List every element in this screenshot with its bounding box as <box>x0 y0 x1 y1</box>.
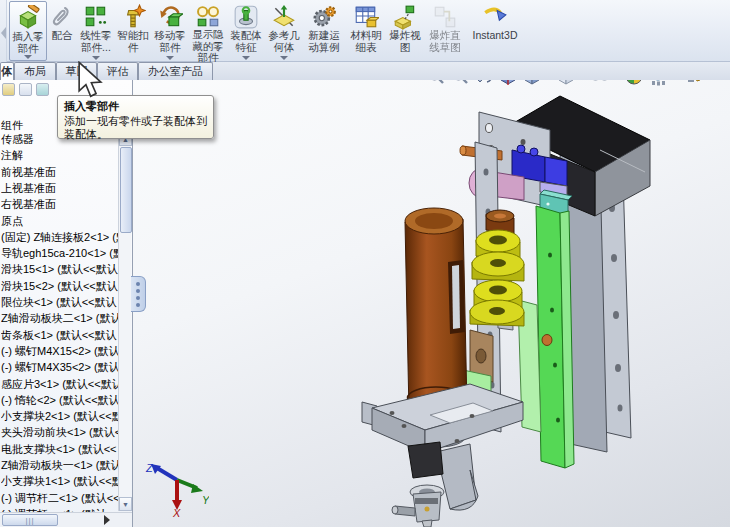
tree-item[interactable]: 导轨egh15ca-210<1> (默 <box>1 245 118 261</box>
scroll-down-arrow[interactable]: ▼ <box>119 497 132 511</box>
tree-vertical-scrollbar[interactable]: ▲ ▼ <box>118 132 131 511</box>
ribbon-button-new-motion-study[interactable]: 新建运 动算例 <box>303 1 345 61</box>
ribbon-button-instant3d[interactable]: Instant3D <box>467 1 523 61</box>
explode-line-sketch-icon <box>432 3 458 30</box>
model-idler-rings-lower[interactable] <box>470 280 524 326</box>
tab-layout[interactable]: 布局 <box>14 62 56 80</box>
ribbon-button-label: 爆炸视 图 <box>389 30 421 53</box>
tree-item[interactable]: 右视基准面 <box>1 196 118 212</box>
ribbon-button-label: 智能扣 件 <box>117 30 149 53</box>
ribbon-button-label: 显示隐 藏的零 部件 <box>192 29 224 64</box>
tree-item[interactable]: (-) 惰轮<2> (默认<<默认 <box>1 392 118 408</box>
reference-geometry-icon <box>271 3 297 30</box>
svg-text:Z: Z <box>145 462 154 474</box>
feature-manager-panel: 组件 传感器注解前视基准面上视基准面右视基准面原点(固定) Z轴连接板2<1> … <box>0 80 133 527</box>
mate-icon <box>50 3 74 30</box>
ribbon-button-reference-geometry[interactable]: 参考几 何体 <box>265 1 303 61</box>
clipped-toolbar-button[interactable] <box>0 0 7 62</box>
tree-item[interactable]: 小支撑块1<1> (默认<<默 <box>1 473 118 489</box>
tree-item[interactable]: 电批支撑块<1> (默认<< <box>1 441 118 457</box>
ribbon-button-explode-line-sketch[interactable]: 爆炸直 线草图 <box>423 1 467 61</box>
tree-item[interactable]: (固定) Z轴连接板2<1> (默 <box>1 229 118 245</box>
tooltip-body-line2: 装配体。 <box>64 128 207 141</box>
tree-item[interactable]: 齿条板<1> (默认<<默认 <box>1 327 118 343</box>
model-idler-rings-upper[interactable] <box>472 230 524 281</box>
ribbon-button-smart-fasteners[interactable]: 智能扣 件 <box>115 1 151 61</box>
graphics-viewport[interactable]: Z Y X <box>133 62 730 527</box>
dropdown-arrow-icon[interactable] <box>24 55 32 59</box>
solidworks-window: 插入零 部件配合线性零 部件...智能扣 件移动零 部件显示隐 藏的零 部件装配… <box>0 0 730 527</box>
ribbon-button-linear-component-pattern[interactable]: 线性零 部件... <box>77 1 115 61</box>
ribbon-button-label: 移动零 部件 <box>154 30 186 53</box>
ribbon-buttons: 插入零 部件配合线性零 部件...智能扣 件移动零 部件显示隐 藏的零 部件装配… <box>7 0 523 61</box>
svg-text:Y: Y <box>202 494 209 506</box>
tree-item[interactable]: 滑块15<2> (默认<<默认 <box>1 278 118 294</box>
insert-component-tooltip: 插入零部件 添加一现有零件或子装配体到 装配体。 <box>57 95 214 139</box>
panel-splitter-handle[interactable] <box>131 276 146 312</box>
tree-item[interactable]: 注解 <box>1 147 118 163</box>
model-chuck[interactable] <box>392 485 444 527</box>
ribbon-button-label: 插入零 部件 <box>12 31 44 54</box>
tab-assembly[interactable]: 体 <box>0 62 14 80</box>
tree-item[interactable]: (-) 螺钉M4X15<2> (默认 <box>1 343 118 359</box>
model-base-plate[interactable] <box>362 384 523 453</box>
move-component-icon <box>157 3 183 30</box>
ribbon-button-move-component[interactable]: 移动零 部件 <box>151 1 189 61</box>
tab-office-products[interactable]: 办公室产品 <box>138 62 213 80</box>
linear-component-pattern-icon <box>83 3 109 30</box>
command-manager-ribbon: 插入零 部件配合线性零 部件...智能扣 件移动零 部件显示隐 藏的零 部件装配… <box>0 0 730 62</box>
tooltip-title: 插入零部件 <box>64 99 207 114</box>
tree-item[interactable]: (-) 螺钉M4X35<2> (默认 <box>1 359 118 375</box>
tooltip-body-line1: 添加一现有零件或子装配体到 <box>64 115 207 128</box>
tree-item[interactable]: 原点 <box>1 213 118 229</box>
ribbon-button-label: 装配体 特征 <box>230 30 262 53</box>
ribbon-button-mate[interactable]: 配合 <box>47 1 77 61</box>
tree-item[interactable]: 前视基准面 <box>1 164 118 180</box>
tree-item[interactable]: Z轴滑动板块二<1> (默认 <box>1 310 118 326</box>
ribbon-button-label: 材料明 细表 <box>350 30 382 53</box>
new-motion-study-icon <box>311 3 337 30</box>
tab-evaluate[interactable]: 评估 <box>97 62 138 80</box>
exploded-view-icon <box>392 3 418 30</box>
tree-item[interactable]: 上视基准面 <box>1 180 118 196</box>
ribbon-button-assembly-features[interactable]: 装配体 特征 <box>227 1 265 61</box>
horizontal-scroll-thumb[interactable]: ||| <box>2 514 58 526</box>
ribbon-button-label: 参考几 何体 <box>268 30 300 53</box>
model-copper-screw[interactable] <box>542 335 552 346</box>
dropdown-arrow-icon[interactable] <box>242 56 250 60</box>
model-green-rail[interactable] <box>536 206 574 468</box>
ribbon-button-insert-component[interactable]: 插入零 部件 <box>9 1 47 61</box>
tree-item[interactable]: 感应片3<1> (默认<<默认 <box>1 376 118 392</box>
smart-fasteners-icon <box>120 3 146 30</box>
tree-item[interactable]: 夹头滑动前块<1> (默认< <box>1 424 118 440</box>
model-bracket-arm[interactable] <box>436 444 478 510</box>
tree-item[interactable]: 限位块<1> (默认<<默认 <box>1 294 118 310</box>
insert-component-icon <box>15 4 41 31</box>
dropdown-arrow-icon[interactable] <box>280 56 288 60</box>
model-motor-end[interactable] <box>408 442 443 478</box>
ribbon-button-label: 爆炸直 线草图 <box>429 30 461 53</box>
reference-triad: Z Y X <box>145 460 209 518</box>
feature-tree: 组件 传感器注解前视基准面上视基准面右视基准面原点(固定) Z轴连接板2<1> … <box>0 80 118 512</box>
tree-item[interactable]: Z轴滑动板块一<1> (默认 <box>1 457 118 473</box>
dropdown-arrow-icon[interactable] <box>166 56 174 60</box>
ribbon-button-label: 新建运 动算例 <box>308 30 340 53</box>
assembly-features-icon <box>233 3 259 30</box>
ribbon-button-label: Instant3D <box>473 30 518 42</box>
ribbon-button-exploded-view[interactable]: 爆炸视 图 <box>387 1 423 61</box>
ribbon-button-show-hidden-components[interactable]: 显示隐 藏的零 部件 <box>189 1 227 61</box>
tree-item[interactable]: 滑块15<1> (默认<<默认 <box>1 261 118 277</box>
model-3d-assembly[interactable] <box>133 62 730 527</box>
bill-of-materials-icon <box>353 3 379 30</box>
ribbon-button-bill-of-materials[interactable]: 材料明 细表 <box>345 1 387 61</box>
ribbon-button-label: 配合 <box>52 30 73 42</box>
ribbon-button-label: 线性零 部件... <box>80 30 112 53</box>
tree-item[interactable]: (-) 调节杆二<1> (默认<< <box>1 490 118 506</box>
tree-horizontal-scrollbar[interactable]: ||| <box>0 512 133 527</box>
vertical-scroll-thumb[interactable] <box>120 147 132 233</box>
tree-item[interactable]: 小支撑块2<1> (默认<<默 <box>1 408 118 424</box>
instant3d-icon <box>482 3 508 30</box>
dropdown-arrow-icon[interactable] <box>92 56 100 60</box>
scroll-right-arrow[interactable] <box>104 515 110 525</box>
mouse-cursor <box>77 61 103 99</box>
